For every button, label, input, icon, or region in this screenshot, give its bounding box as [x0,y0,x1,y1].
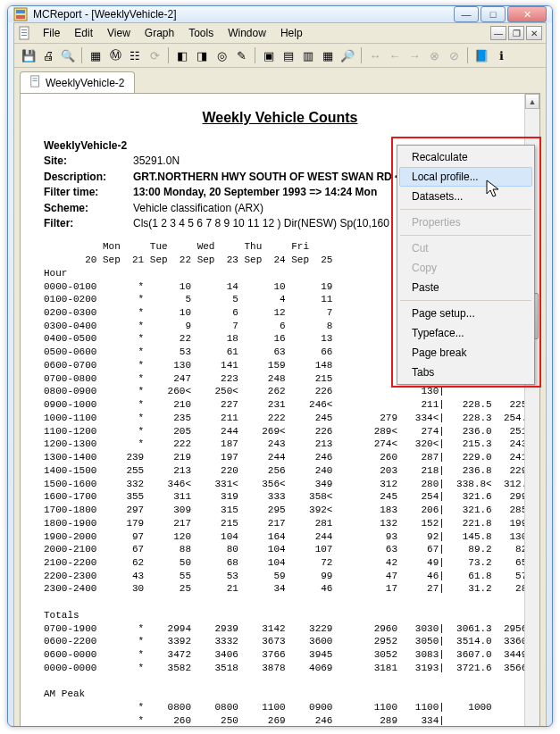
context-menu-item[interactable]: Datasets... [399,187,532,206]
window-cascade-icon[interactable]: ▣ [260,46,278,64]
tab-weekly-vehicle[interactable]: WeeklyVehicle-2 [20,71,135,93]
print-preview-icon[interactable]: 🔍 [59,46,77,64]
svg-rect-2 [16,15,25,19]
mdi-close-button[interactable]: ✕ [526,26,542,40]
report-title: Weekly Vehicle Counts [44,110,516,126]
meta-label-scheme: Scheme: [44,201,133,216]
window-tile-v-icon[interactable]: ▥ [299,46,317,64]
document-icon [29,75,42,90]
menu-graph[interactable]: Graph [138,25,181,41]
context-menu-separator [400,209,531,210]
refresh-icon[interactable]: ⟳ [146,46,163,64]
tool-icon-2[interactable]: ◨ [193,46,211,64]
svg-rect-6 [21,35,27,36]
save-icon[interactable]: 💾 [20,46,38,64]
svg-rect-4 [21,29,27,30]
mdi-minimize-button[interactable]: — [490,26,506,40]
meta-label-site: Site: [44,154,133,169]
document-icon [18,26,32,40]
tool-icon-3[interactable]: ◎ [213,46,230,64]
scroll-up-button[interactable]: ▲ [525,94,539,109]
menu-window[interactable]: Window [221,25,273,41]
nav-last-icon[interactable]: ⊗ [425,46,443,64]
menu-edit[interactable]: Edit [67,25,100,41]
minimize-button[interactable]: — [454,6,479,22]
nav-prev-icon[interactable]: ← [386,46,404,64]
nav-stop-icon[interactable]: ⊘ [445,46,463,64]
context-menu-item[interactable]: Page setup... [399,304,532,323]
maximize-button[interactable]: □ [481,6,506,22]
meta-label-filter-time: Filter time: [44,185,133,200]
titlebar[interactable]: MCReport - [WeeklyVehicle-2] — □ ✕ [8,6,552,22]
menu-view[interactable]: View [100,25,138,41]
close-button[interactable]: ✕ [507,6,547,22]
nav-first-icon[interactable]: ↔ [366,46,384,64]
context-menu-item[interactable]: Typeface... [399,323,532,343]
tab-label: WeeklyVehicle-2 [46,77,125,89]
context-menu-item: Properties [399,213,532,232]
menu-tools[interactable]: Tools [181,25,221,41]
print-icon[interactable]: 🖨 [39,46,57,64]
context-menu-item: Cut [399,238,532,258]
context-menu: RecalculateLocal profile...Datasets...Pr… [397,145,535,385]
toolbar: 💾 🖨 🔍 ▦ Ⓜ ☷ ⟳ ◧ ◨ ◎ ✎ ▣ ▤ ▥ ▦ 🔎 ↔ ← → ⊗ … [14,44,546,68]
menu-file[interactable]: File [36,25,67,41]
svg-rect-1 [16,10,25,13]
window-title: MCReport - [WeeklyVehicle-2] [33,8,177,21]
mdi-restore-button[interactable]: ❐ [508,26,524,40]
context-menu-item[interactable]: Tabs [399,363,532,382]
svg-rect-8 [33,79,38,79]
tab-bar: WeeklyVehicle-2 [14,68,546,93]
context-menu-item[interactable]: Page break [399,343,532,363]
grid-icon[interactable]: ▦ [87,46,104,64]
find-icon[interactable]: Ⓜ [106,46,124,64]
meta-label-filter: Filter: [44,216,133,231]
app-icon [13,7,28,21]
zoom-icon[interactable]: 🔎 [339,46,356,64]
context-menu-item[interactable]: Recalculate [399,147,532,167]
context-menu-separator [400,300,531,301]
tool-icon-4[interactable]: ✎ [232,46,250,64]
properties-icon[interactable]: ☷ [126,46,144,64]
svg-rect-9 [33,80,38,81]
menu-help[interactable]: Help [273,25,310,41]
tool-icon-1[interactable]: ◧ [173,46,191,64]
toolbar-separator [361,47,362,63]
context-menu-separator [400,235,531,236]
window-tile-h-icon[interactable]: ▤ [280,46,297,64]
svg-rect-5 [21,32,27,33]
toolbar-separator [467,47,468,63]
toolbar-separator [255,47,255,63]
about-icon[interactable]: ℹ [492,46,510,64]
menubar: File Edit View Graph Tools Window Help —… [14,23,546,44]
context-menu-item[interactable]: Local profile... [399,167,532,187]
toolbar-separator [81,47,82,63]
toolbar-separator [168,47,169,63]
help-icon[interactable]: 📘 [472,46,490,64]
window-arrange-icon[interactable]: ▦ [319,46,337,64]
context-menu-item: Copy [399,258,532,278]
nav-next-icon[interactable]: → [405,46,423,64]
context-menu-item[interactable]: Paste [399,278,532,297]
meta-label-desc: Description: [44,170,133,185]
